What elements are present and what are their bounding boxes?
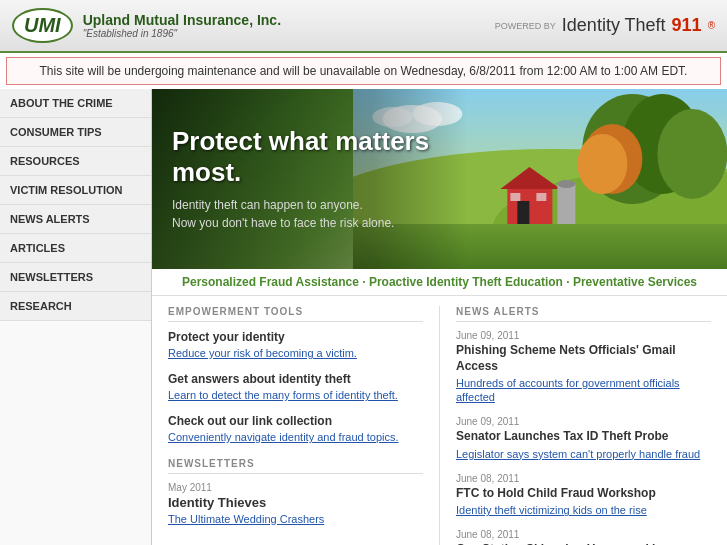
umi-logo: UMI xyxy=(12,8,73,43)
tagline-bar: Personalized Fraud Assistance · Proactiv… xyxy=(152,269,727,296)
sidebar-item-articles[interactable]: ARTICLES xyxy=(0,234,151,263)
svg-rect-13 xyxy=(558,184,576,224)
news-item-0: June 09, 2011 Phishing Scheme Nets Offic… xyxy=(456,330,711,404)
svg-rect-12 xyxy=(537,193,547,201)
company-tagline: "Established in 1896" xyxy=(83,28,281,39)
hero-section: Protect what matters most. Identity thef… xyxy=(152,89,727,269)
brand-number: 911 xyxy=(672,15,702,36)
svg-point-14 xyxy=(558,180,576,188)
maintenance-banner: This site will be undergoing maintenance… xyxy=(6,57,721,85)
hero-title: Protect what matters most. xyxy=(172,126,448,188)
empowerment-heading: EMPOWERMENT TOOLS xyxy=(168,306,423,322)
news-date-2: June 08, 2011 xyxy=(456,473,711,484)
sidebar-item-newsletters[interactable]: NEWSLETTERS xyxy=(0,263,151,292)
main-layout: ABOUT THE CRIME CONSUMER TIPS RESOURCES … xyxy=(0,89,727,545)
tagline-text: Personalized Fraud Assistance · Proactiv… xyxy=(182,275,697,289)
svg-point-5 xyxy=(658,109,727,199)
tool-item-1: Get answers about identity theft Learn t… xyxy=(168,372,423,402)
sidebar-item-research[interactable]: RESEARCH xyxy=(0,292,151,321)
svg-rect-11 xyxy=(511,193,521,201)
hero-subtitle: Identity theft can happen to anyone. Now… xyxy=(172,196,448,232)
news-item-1: June 09, 2011 Senator Launches Tax ID Th… xyxy=(456,416,711,461)
brand-name: Identity Theft xyxy=(562,15,666,36)
tool-item-0: Protect your identity Reduce your risk o… xyxy=(168,330,423,360)
newsletter-link[interactable]: The Ultimate Wedding Crashers xyxy=(168,513,324,525)
two-column-section: EMPOWERMENT TOOLS Protect your identity … xyxy=(152,296,727,545)
news-item-3: June 08, 2011 Gas Station Skimming Uncov… xyxy=(456,529,711,545)
svg-point-7 xyxy=(578,134,628,194)
sidebar-item-consumer-tips[interactable]: CONSUMER TIPS xyxy=(0,118,151,147)
logo-area: UMI Upland Mutual Insurance, Inc. "Estab… xyxy=(12,8,281,43)
news-date-1: June 09, 2011 xyxy=(456,416,711,427)
sidebar: ABOUT THE CRIME CONSUMER TIPS RESOURCES … xyxy=(0,89,152,545)
sidebar-item-news-alerts[interactable]: NEWS ALERTS xyxy=(0,205,151,234)
right-column: NEWS ALERTS June 09, 2011 Phishing Schem… xyxy=(440,306,727,545)
tool-title-1: Get answers about identity theft xyxy=(168,372,423,386)
news-item-2: June 08, 2011 FTC to Hold Child Fraud Wo… xyxy=(456,473,711,518)
svg-rect-10 xyxy=(518,201,530,224)
powered-by-area: POWERED BY Identity Theft 911 ® xyxy=(495,15,715,36)
tool-link-1[interactable]: Learn to detect the many forms of identi… xyxy=(168,389,398,401)
trademark-symbol: ® xyxy=(708,20,715,31)
tool-link-0[interactable]: Reduce your risk of becoming a victim. xyxy=(168,347,357,359)
powered-label: POWERED BY xyxy=(495,21,556,31)
tool-title-0: Protect your identity xyxy=(168,330,423,344)
sidebar-item-resources[interactable]: RESOURCES xyxy=(0,147,151,176)
news-date-0: June 09, 2011 xyxy=(456,330,711,341)
news-alerts-heading: NEWS ALERTS xyxy=(456,306,711,322)
newsletter-section: NEWSLETTERS May 2011 Identity Thieves Th… xyxy=(168,458,423,526)
newsletters-heading: NEWSLETTERS xyxy=(168,458,423,474)
news-date-3: June 08, 2011 xyxy=(456,529,711,540)
tool-title-2: Check out our link collection xyxy=(168,414,423,428)
company-info: Upland Mutual Insurance, Inc. "Establish… xyxy=(83,12,281,39)
tool-link-2[interactable]: Conveniently navigate identity and fraud… xyxy=(168,431,399,443)
hero-line1: Identity theft can happen to anyone. xyxy=(172,198,363,212)
news-link-0[interactable]: Hundreds of accounts for government offi… xyxy=(456,377,680,403)
news-link-2[interactable]: Identity theft victimizing kids on the r… xyxy=(456,504,647,516)
maintenance-text: This site will be undergoing maintenance… xyxy=(40,64,688,78)
left-column: EMPOWERMENT TOOLS Protect your identity … xyxy=(152,306,440,545)
newsletter-title: Identity Thieves xyxy=(168,495,423,510)
hero-line2: Now you don't have to face the risk alon… xyxy=(172,216,394,230)
news-headline-0: Phishing Scheme Nets Officials' Gmail Ac… xyxy=(456,343,711,374)
sidebar-item-about-crime[interactable]: ABOUT THE CRIME xyxy=(0,89,151,118)
news-headline-2: FTC to Hold Child Fraud Workshop xyxy=(456,486,711,502)
sidebar-item-victim-resolution[interactable]: VICTIM RESOLUTION xyxy=(0,176,151,205)
tool-item-2: Check out our link collection Convenient… xyxy=(168,414,423,444)
main-content: Protect what matters most. Identity thef… xyxy=(152,89,727,545)
company-name: Upland Mutual Insurance, Inc. xyxy=(83,12,281,28)
news-link-1[interactable]: Legislator says system can't properly ha… xyxy=(456,448,700,460)
page-header: UMI Upland Mutual Insurance, Inc. "Estab… xyxy=(0,0,727,53)
newsletter-date: May 2011 xyxy=(168,482,423,493)
news-headline-1: Senator Launches Tax ID Theft Probe xyxy=(456,429,711,445)
hero-overlay: Protect what matters most. Identity thef… xyxy=(152,89,468,269)
